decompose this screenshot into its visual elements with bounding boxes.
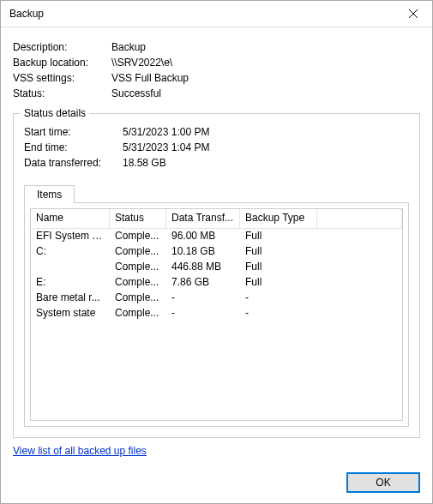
table-cell: Comple... (110, 291, 166, 306)
dialog-content: Description: Backup Backup location: \\S… (1, 27, 432, 462)
listview-header: Name Status Data Transf... Backup Type (31, 209, 402, 229)
table-cell (317, 306, 402, 321)
table-row[interactable]: Bare metal r...Comple...-- (31, 291, 402, 306)
close-icon (409, 9, 418, 18)
status-details-group: Status details Start time: 5/31/2023 1:0… (13, 113, 420, 438)
header-data-transf[interactable]: Data Transf... (166, 209, 240, 228)
close-button[interactable] (394, 1, 432, 27)
tab-items-page: Name Status Data Transf... Backup Type E… (24, 202, 409, 427)
header-name[interactable]: Name (31, 209, 110, 228)
table-row[interactable]: System stateComple...-- (31, 306, 402, 321)
table-cell: Comple... (110, 306, 166, 321)
window-title: Backup (9, 8, 394, 20)
backup-location-value: \\SRV2022\e\ (111, 57, 420, 69)
tab-items[interactable]: Items (24, 185, 75, 203)
table-cell: E: (31, 275, 110, 291)
items-listview[interactable]: Name Status Data Transf... Backup Type E… (30, 208, 403, 421)
view-backed-up-files-link[interactable]: View list of all backed up files (13, 445, 147, 457)
listview-body: EFI System P...Comple...96.00 MBFullC:Co… (31, 229, 402, 321)
table-cell: 96.00 MB (166, 229, 240, 244)
table-cell (317, 275, 402, 291)
table-cell (317, 260, 402, 275)
table-cell: 7.86 GB (166, 275, 240, 291)
table-row[interactable]: Comple...446.88 MBFull (31, 260, 402, 275)
status-details-legend: Status details (21, 107, 89, 119)
status-label: Status: (13, 87, 111, 99)
status-value: Successful (111, 87, 420, 99)
table-cell: - (166, 306, 240, 321)
header-spacer (317, 209, 402, 228)
table-cell: 446.88 MB (166, 260, 240, 275)
table-cell (317, 244, 402, 260)
table-cell: Full (240, 229, 317, 244)
dialog-footer: OK (1, 462, 432, 503)
table-cell: EFI System P... (31, 229, 110, 244)
header-backup-type[interactable]: Backup Type (240, 209, 317, 228)
tab-strip: Items (24, 184, 409, 202)
table-row[interactable]: C:Comple...10.18 GBFull (31, 244, 402, 260)
table-cell: - (166, 291, 240, 306)
table-cell: Full (240, 275, 317, 291)
end-time-label: End time: (24, 141, 123, 153)
vss-settings-value: VSS Full Backup (111, 72, 420, 84)
table-cell: System state (31, 306, 110, 321)
table-cell (317, 229, 402, 244)
start-time-label: Start time: (24, 126, 123, 138)
table-row[interactable]: E:Comple...7.86 GBFull (31, 275, 402, 291)
backup-dialog: Backup Description: Backup Backup locati… (0, 0, 433, 504)
table-cell: Bare metal r... (31, 291, 110, 306)
ok-button[interactable]: OK (346, 472, 420, 493)
data-transferred-label: Data transferred: (24, 157, 123, 169)
table-cell: Comple... (110, 244, 166, 260)
vss-settings-label: VSS settings: (13, 72, 111, 84)
table-cell (31, 260, 110, 275)
titlebar: Backup (1, 1, 432, 27)
table-cell: Full (240, 244, 317, 260)
summary-fields: Description: Backup Backup location: \\S… (13, 38, 420, 103)
data-transferred-value: 18.58 GB (123, 157, 409, 169)
table-cell: - (240, 291, 317, 306)
table-cell: Comple... (110, 260, 166, 275)
status-details-fields: Start time: 5/31/2023 1:00 PM End time: … (24, 123, 409, 172)
table-cell: Comple... (110, 275, 166, 291)
table-row[interactable]: EFI System P...Comple...96.00 MBFull (31, 229, 402, 244)
table-cell: Full (240, 260, 317, 275)
table-cell: Comple... (110, 229, 166, 244)
table-cell (317, 291, 402, 306)
backup-location-label: Backup location: (13, 57, 111, 69)
header-status[interactable]: Status (110, 209, 166, 228)
table-cell: 10.18 GB (166, 244, 240, 260)
table-cell: C: (31, 244, 110, 260)
description-label: Description: (13, 41, 111, 53)
start-time-value: 5/31/2023 1:00 PM (123, 126, 409, 138)
table-cell: - (240, 306, 317, 321)
end-time-value: 5/31/2023 1:04 PM (123, 141, 409, 153)
description-value: Backup (111, 41, 420, 53)
